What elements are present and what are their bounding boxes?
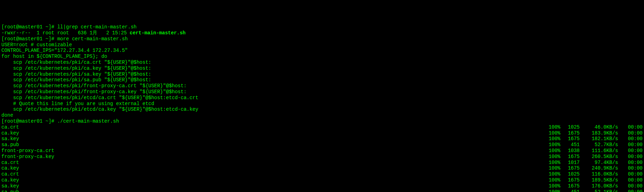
transfer-size: 1038	[560, 148, 580, 154]
terminal-line: -rwxr--r-- 1 root root 636 1月 2 15:25 ce…	[1, 30, 643, 36]
terminal-line: for host in ${CONTROL_PLANE_IPS}; do	[1, 54, 643, 60]
terminal-line: scp /etc/kubernetes/pki/ca.crt "${USER}"…	[1, 60, 643, 66]
transfer-time: 00:00	[618, 130, 643, 136]
script-line: USER=root # customizable	[1, 42, 72, 48]
scp-transfer-row: ca.key100%1675240.9KB/s00:00	[1, 165, 643, 171]
transfer-time: 00:00	[618, 183, 643, 189]
scp-transfer-row: ca.key100%1675189.5KB/s00:00	[1, 177, 643, 183]
transfer-filename: sa.key	[1, 183, 19, 189]
command-text[interactable]: ./cert-main-master.sh	[57, 118, 119, 124]
transfer-percent: 100%	[541, 165, 560, 171]
transfer-size: 1675	[560, 136, 580, 142]
terminal-line: scp /etc/kubernetes/pki/sa.key "${USER}"…	[1, 71, 643, 77]
transfer-percent: 100%	[541, 130, 560, 136]
transfer-percent: 100%	[541, 177, 560, 183]
scp-transfer-row: front-proxy-ca.crt100%1038111.6KB/s00:00	[1, 148, 643, 154]
terminal-line: scp /etc/kubernetes/pki/sa.pub "${USER}"…	[1, 77, 643, 83]
transfer-filename: ca.key	[1, 130, 19, 136]
terminal-line: scp /etc/kubernetes/pki/ca.key "${USER}"…	[1, 66, 643, 71]
transfer-percent: 100%	[541, 189, 560, 192]
transfer-stats: 100%1675260.5KB/s00:00	[541, 154, 643, 160]
terminal-line: done	[1, 112, 643, 118]
transfer-speed: 260.5KB/s	[580, 154, 618, 160]
transfer-time: 00:00	[618, 136, 643, 142]
transfer-stats: 100%1675176.0KB/s00:00	[541, 183, 643, 189]
transfer-filename: front-proxy-ca.key	[1, 154, 54, 160]
transfer-time: 00:00	[618, 154, 643, 160]
transfer-filename: sa.key	[1, 136, 19, 142]
filename-highlight: cert-main-master.sh	[130, 30, 186, 36]
transfer-stats: 100%101797.4KB/s00:00	[541, 160, 643, 166]
transfer-stats: 100%45152.1KB/s00:00	[541, 189, 643, 192]
scp-transfer-row: front-proxy-ca.key100%1675260.5KB/s00:00	[1, 154, 643, 160]
scp-transfer-row: sa.pub100%45152.7KB/s00:00	[1, 142, 643, 148]
terminal-line: USER=root # customizable	[1, 42, 643, 48]
transfer-size: 451	[560, 142, 580, 148]
transfer-filename: ca.crt	[1, 124, 19, 130]
transfer-filename: ca.key	[1, 165, 19, 171]
transfer-speed: 52.7KB/s	[580, 142, 618, 148]
script-line: CONTROL_PLANE_IPS="172.27.34.4 172.27.34…	[1, 48, 128, 53]
transfer-speed: 111.6KB/s	[580, 148, 618, 154]
transfer-time: 00:00	[618, 189, 643, 192]
scp-transfer-row: ca.key100%1675183.9KB/s00:00	[1, 130, 643, 136]
terminal-output: [root@master01 ~]# ll|grep cert-main-mas…	[1, 24, 643, 192]
script-line: scp /etc/kubernetes/pki/front-proxy-ca.k…	[1, 89, 186, 95]
terminal-line: [root@master01 ~]# ll|grep cert-main-mas…	[1, 24, 643, 30]
transfer-size: 1017	[560, 160, 580, 166]
transfer-time: 00:00	[618, 148, 643, 154]
command-text[interactable]: ll|grep cert-main-master.sh	[57, 24, 137, 30]
transfer-filename: front-proxy-ca.crt	[1, 148, 54, 154]
transfer-time: 00:00	[618, 142, 643, 148]
transfer-size: 1675	[560, 154, 580, 160]
transfer-size: 1025	[560, 171, 580, 177]
transfer-size: 451	[560, 189, 580, 192]
shell-prompt: [root@master01 ~]#	[1, 118, 57, 124]
script-line: # Quote this line if you are using exter…	[1, 101, 154, 107]
transfer-percent: 100%	[541, 148, 560, 154]
ls-output: -rwxr--r-- 1 root root 636 1月 2 15:25	[1, 30, 130, 36]
terminal-line: [root@master01 ~]# more cert-main-master…	[1, 36, 643, 42]
transfer-percent: 100%	[541, 183, 560, 189]
command-text[interactable]: more cert-main-master.sh	[57, 36, 128, 42]
scp-transfer-row: sa.key100%1675182.1KB/s00:00	[1, 136, 643, 142]
transfer-time: 00:00	[618, 165, 643, 171]
transfer-stats: 100%1675182.1KB/s00:00	[541, 136, 643, 142]
shell-prompt: [root@master01 ~]#	[1, 24, 57, 30]
transfer-percent: 100%	[541, 171, 560, 177]
transfer-percent: 100%	[541, 160, 560, 166]
transfer-stats: 100%1038111.6KB/s00:00	[541, 148, 643, 154]
script-line: for host in ${CONTROL_PLANE_IPS}; do	[1, 54, 107, 59]
transfer-filename: ca.key	[1, 177, 19, 183]
terminal-line: CONTROL_PLANE_IPS="172.27.34.4 172.27.34…	[1, 48, 643, 54]
transfer-filename: ca.crt	[1, 160, 19, 166]
terminal-line: scp /etc/kubernetes/pki/front-proxy-ca.k…	[1, 89, 643, 95]
transfer-speed: 176.0KB/s	[580, 183, 618, 189]
script-line: scp /etc/kubernetes/pki/front-proxy-ca.c…	[1, 83, 186, 89]
terminal-line: scp /etc/kubernetes/pki/etcd/ca.crt "${U…	[1, 95, 643, 101]
transfer-filename: sa.pub	[1, 189, 19, 192]
transfer-size: 1675	[560, 165, 580, 171]
transfer-filename: ca.crt	[1, 171, 19, 177]
script-line: scp /etc/kubernetes/pki/ca.crt "${USER}"…	[1, 60, 151, 65]
transfer-percent: 100%	[541, 124, 560, 130]
transfer-speed: 189.5KB/s	[580, 177, 618, 183]
script-line: scp /etc/kubernetes/pki/etcd/ca.crt "${U…	[1, 95, 198, 101]
transfer-size: 1675	[560, 130, 580, 136]
transfer-speed: 182.1KB/s	[580, 136, 618, 142]
transfer-speed: 116.0KB/s	[580, 171, 618, 177]
transfer-speed: 97.4KB/s	[580, 160, 618, 166]
transfer-time: 00:00	[618, 160, 643, 166]
transfer-time: 00:00	[618, 124, 643, 130]
scp-transfer-row: sa.key100%1675176.0KB/s00:00	[1, 183, 643, 189]
transfer-size: 1675	[560, 183, 580, 189]
shell-prompt: [root@master01 ~]#	[1, 36, 57, 42]
terminal-line: # Quote this line if you are using exter…	[1, 101, 643, 107]
script-line: scp /etc/kubernetes/pki/sa.key "${USER}"…	[1, 71, 151, 77]
terminal-line: scp /etc/kubernetes/pki/etcd/ca.key "${U…	[1, 107, 643, 112]
scp-transfer-row: sa.pub100%45152.1KB/s00:00	[1, 189, 643, 192]
script-line: scp /etc/kubernetes/pki/sa.pub "${USER}"…	[1, 77, 151, 83]
script-line: scp /etc/kubernetes/pki/ca.key "${USER}"…	[1, 66, 151, 71]
transfer-time: 00:00	[618, 177, 643, 183]
scp-transfer-row: ca.crt100%101797.4KB/s00:00	[1, 160, 643, 166]
